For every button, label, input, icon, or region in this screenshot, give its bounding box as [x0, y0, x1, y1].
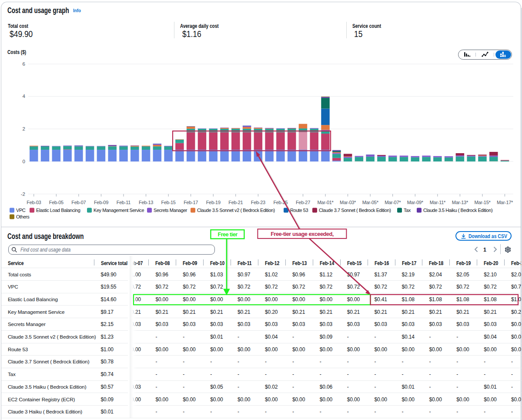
svg-text:Claude 3.5 Haiku ( Bedrock Edi: Claude 3.5 Haiku ( Bedrock Edition) [423, 208, 492, 213]
svg-text:Feb-21: Feb-21 [228, 200, 243, 205]
svg-text:Feb-23: Feb-23 [251, 200, 265, 205]
svg-text:Mar-03*: Mar-03* [340, 200, 356, 205]
svg-text:Mar-01*: Mar-01* [318, 200, 334, 205]
svg-text:Mar-07*: Mar-07* [385, 200, 401, 205]
svg-text:Mar-15*: Mar-15* [474, 200, 491, 205]
svg-text:0: 0 [23, 159, 25, 164]
svg-text:Mar-09*: Mar-09* [407, 200, 424, 205]
svg-text:Feb-25: Feb-25 [273, 200, 288, 205]
svg-text:Feb-09: Feb-09 [94, 200, 108, 205]
svg-text:Feb-07: Feb-07 [71, 200, 86, 205]
svg-text:Secrets Manager: Secrets Manager [154, 208, 187, 213]
svg-text:Feb-15: Feb-15 [161, 200, 176, 205]
svg-text:Route 53: Route 53 [290, 208, 308, 213]
svg-text:Feb-05: Feb-05 [49, 200, 64, 205]
svg-text:Mar-17*: Mar-17* [497, 200, 513, 205]
svg-text:Others: Others [16, 214, 30, 219]
svg-text:Feb-13: Feb-13 [139, 200, 153, 205]
svg-text:Key Management Service: Key Management Service [94, 208, 144, 213]
svg-text:4: 4 [23, 94, 26, 99]
svg-text:2: 2 [23, 126, 25, 131]
svg-text:Elastic Load Balancing: Elastic Load Balancing [36, 208, 80, 213]
svg-text:Mar-13*: Mar-13* [452, 200, 468, 205]
svg-text:-2: -2 [21, 192, 25, 197]
svg-text:Tax: Tax [404, 208, 411, 213]
svg-text:Feb-27: Feb-27 [296, 200, 310, 205]
svg-text:Feb-11: Feb-11 [117, 200, 130, 205]
svg-text:Feb-19: Feb-19 [206, 200, 221, 205]
svg-text:Mar-11*: Mar-11* [430, 200, 446, 205]
svg-text:Claude 3.7 Sonnet ( Bedrock Ed: Claude 3.7 Sonnet ( Bedrock Edition) [319, 208, 391, 213]
svg-text:VPC: VPC [16, 208, 26, 213]
svg-text:Feb-03: Feb-03 [27, 200, 41, 205]
svg-text:Mar-05*: Mar-05* [362, 200, 379, 205]
svg-text:Claude 3.5 Sonnet v2 ( Bedrock: Claude 3.5 Sonnet v2 ( Bedrock Edition) [197, 208, 275, 213]
svg-text:6: 6 [23, 61, 25, 67]
svg-text:Feb-17: Feb-17 [184, 200, 198, 205]
